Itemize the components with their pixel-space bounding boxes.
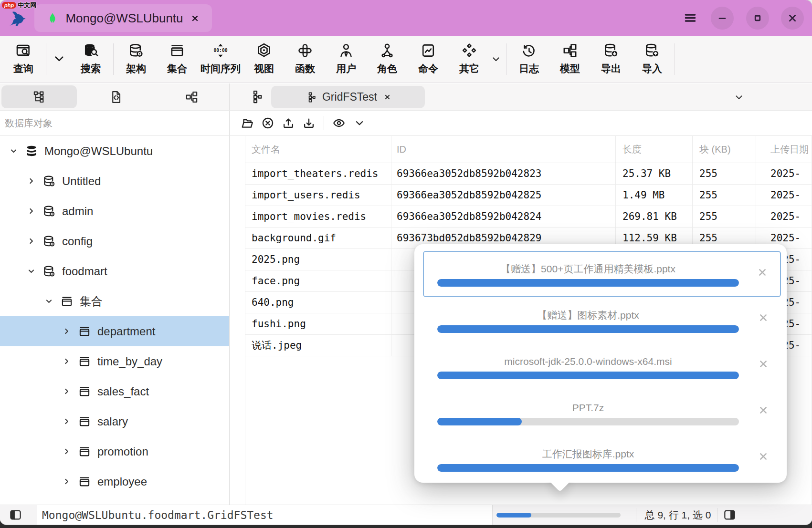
chevron-right-icon[interactable] <box>62 326 72 336</box>
sidebar-tab-tree[interactable] <box>1 85 77 108</box>
toolbar-button-log[interactable]: 日志 <box>508 36 549 83</box>
chevron-down-icon[interactable] <box>9 146 19 156</box>
current-path: Mongo@WSLUbuntu.foodmart.GridFSTest <box>42 509 274 521</box>
toolbar-button-query-dropdown[interactable] <box>48 36 70 83</box>
upload-item[interactable]: 【赠送】图标素材.pptx <box>423 297 781 343</box>
toolbar-button-function[interactable]: 函数 <box>285 36 326 83</box>
tree-item-time_by_day[interactable]: time_by_day <box>0 346 229 376</box>
upload-item[interactable]: PPT.7z <box>423 390 781 436</box>
toolbar: 查询搜索架构集合00:00时间序列视图函数用户角色命令其它日志模型导出导入 <box>0 36 812 83</box>
toolbar-button-schema[interactable]: 架构 <box>116 36 157 83</box>
preview-button[interactable] <box>332 116 346 130</box>
window-close-button[interactable] <box>781 7 804 30</box>
column-header-3[interactable]: 块 (KB) <box>693 136 756 163</box>
sidebar-tab-diagram[interactable] <box>154 83 229 110</box>
tree-item-department[interactable]: department <box>0 316 229 346</box>
tree-item-Untitled[interactable]: Untitled <box>0 166 229 196</box>
table-row[interactable]: import_movies.redis69366ea3052db8592b042… <box>245 206 812 228</box>
column-header-0[interactable]: 文件名 <box>245 136 391 163</box>
toolbar-button-more[interactable]: 其它 <box>449 36 490 83</box>
table-row[interactable]: import_users.redis69366ea3052db8592b0428… <box>245 185 812 206</box>
toolbar-button-export[interactable]: 导出 <box>591 36 632 83</box>
toolbar-button-label: 视图 <box>254 62 274 75</box>
cancel-button[interactable] <box>261 116 274 130</box>
close-icon[interactable] <box>756 403 770 417</box>
chevron-down-icon[interactable] <box>44 296 54 306</box>
chevron-right-icon[interactable] <box>26 176 36 186</box>
tree-item-foodmart[interactable]: foodmart <box>0 256 229 286</box>
connection-tab-close-icon[interactable] <box>190 13 200 23</box>
app-window: Mongo@WSLUbuntu 查询搜索架构集合00:00时间序列视图函数用户角… <box>0 0 812 525</box>
database-icon <box>42 235 56 248</box>
upload-button[interactable] <box>282 116 295 130</box>
open-file-button[interactable] <box>241 116 254 130</box>
cell-0: fushi.png <box>245 313 391 334</box>
tree-item-config[interactable]: config <box>0 226 229 256</box>
close-icon[interactable] <box>756 449 770 464</box>
column-header-1[interactable]: ID <box>391 136 616 163</box>
window-minimize-button[interactable] <box>711 7 734 30</box>
upload-item[interactable]: 工作汇报图标库.pptx <box>423 436 781 482</box>
chevron-right-icon[interactable] <box>62 476 72 487</box>
chevron-right-icon[interactable] <box>26 206 36 216</box>
chevron-right-icon[interactable] <box>62 386 72 396</box>
toolbar-button-view[interactable]: 视图 <box>243 36 285 83</box>
column-header-4[interactable]: 上传日期 <box>756 136 812 163</box>
upload-item[interactable]: 【赠送】500+页工作通用精美模板.pptx <box>423 251 781 297</box>
tree-item-label: foodmart <box>62 265 107 278</box>
collection-box-icon <box>60 295 74 308</box>
tree-item-salary[interactable]: salary <box>0 406 229 436</box>
chevron-right-icon[interactable] <box>26 236 36 246</box>
tree-item-employee[interactable]: employee <box>0 466 229 497</box>
toolbar-button-model[interactable]: 模型 <box>549 36 591 83</box>
toolbar-button-command[interactable]: 命令 <box>408 36 449 83</box>
collection-box-icon <box>78 355 91 368</box>
column-header-2[interactable]: 长度 <box>616 136 693 163</box>
upload-item[interactable]: microsoft-jdk-25.0.0-windows-x64.msi <box>423 343 781 390</box>
close-icon[interactable] <box>756 357 770 371</box>
schema-db-icon <box>128 42 144 59</box>
chevron-right-icon[interactable] <box>62 416 72 426</box>
cell-3: 255 <box>693 163 756 184</box>
tree-item-集合[interactable]: 集合 <box>0 286 229 316</box>
minimize-icon <box>716 12 728 24</box>
toolbar-button-timeseries[interactable]: 00:00时间序列 <box>198 36 243 83</box>
table-row[interactable]: import_theaters.redis69366ea3052db8592b0… <box>245 163 812 185</box>
import-db-icon <box>644 42 660 59</box>
window-maximize-button[interactable] <box>746 7 769 30</box>
role-icon <box>379 42 395 59</box>
tab-list-chevron-icon[interactable] <box>733 91 745 104</box>
tree-item-admin[interactable]: admin <box>0 196 229 226</box>
document-tab-close-icon[interactable] <box>383 93 391 101</box>
toolbar-button-search[interactable]: 搜索 <box>70 36 111 83</box>
cell-0: 说话.jpeg <box>245 335 391 356</box>
tree-item-promotion[interactable]: promotion <box>0 436 229 466</box>
toggle-left-panel-button[interactable] <box>9 508 22 522</box>
sidebar-tab-script[interactable] <box>78 83 154 110</box>
menu-hamburger-icon[interactable] <box>682 10 699 25</box>
toolbar-button-query[interactable]: 查询 <box>3 36 44 83</box>
tree-item-sales_fact[interactable]: sales_fact <box>0 376 229 406</box>
tree-item-label: config <box>62 235 93 248</box>
connection-tab-label: Mongo@WSLUbuntu <box>65 11 183 26</box>
close-icon[interactable] <box>755 265 770 280</box>
download-button[interactable] <box>302 116 316 130</box>
close-icon[interactable] <box>756 311 770 325</box>
toolbar-button-import[interactable]: 导入 <box>632 36 673 83</box>
connection-tab[interactable]: Mongo@WSLUbuntu <box>34 4 212 32</box>
breadcrumb-path-field[interactable]: Mongo@WSLUbuntu.foodmart.GridFSTest <box>37 505 493 525</box>
database-objects-filter-input[interactable] <box>5 118 224 129</box>
toolbar-button-label: 用户 <box>336 62 356 75</box>
tree-item-Mongo@WSLUbuntu[interactable]: Mongo@WSLUbuntu <box>0 136 229 166</box>
more-actions-chevron-icon[interactable] <box>353 116 366 130</box>
database-tree: Mongo@WSLUbuntuUntitledadminconfigfoodma… <box>0 136 229 505</box>
toolbar-button-user[interactable]: 用户 <box>326 36 367 83</box>
toggle-right-panel-button[interactable] <box>723 508 737 522</box>
toolbar-button-collection[interactable]: 集合 <box>157 36 198 83</box>
chevron-down-icon[interactable] <box>26 266 36 276</box>
toolbar-button-role[interactable]: 角色 <box>367 36 408 83</box>
tree-item-label: sales_fact <box>97 385 149 398</box>
chevron-right-icon[interactable] <box>62 446 72 456</box>
chevron-right-icon[interactable] <box>62 356 72 366</box>
document-tab-gridfstest[interactable]: GridFSTest <box>271 86 425 108</box>
